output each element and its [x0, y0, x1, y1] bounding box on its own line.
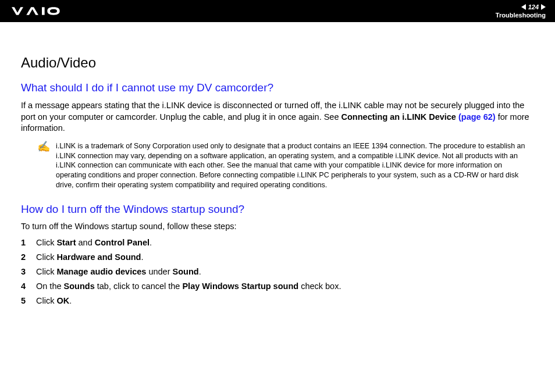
- text-run: and: [76, 238, 95, 247]
- ui-label: Sounds: [64, 281, 95, 291]
- page-title: Audio/Video: [21, 55, 534, 71]
- text-run: .: [69, 296, 72, 305]
- ref-title: Connecting an i.LINK Device: [341, 112, 456, 122]
- text-run: check box.: [298, 281, 341, 291]
- page-ref-link[interactable]: (page 62): [456, 112, 496, 122]
- ui-label: Hardware and Sound: [56, 252, 141, 262]
- ui-label: Sound: [173, 267, 199, 276]
- page-number: 124: [528, 3, 539, 10]
- step-item: On the Sounds tab, click to cancel the P…: [21, 281, 534, 291]
- question-1-heading: What should I do if I cannot use my DV c…: [21, 81, 534, 94]
- content-area: Audio/Video What should I do if I cannot…: [0, 22, 555, 305]
- ui-label: OK: [56, 296, 69, 305]
- note-text: i.LINK is a trademark of Sony Corporatio…: [56, 141, 534, 190]
- text-run: .: [199, 267, 201, 276]
- text-run: Click: [36, 296, 56, 305]
- steps-intro: To turn off the Windows startup sound, f…: [21, 222, 534, 231]
- text-run: .: [141, 252, 143, 262]
- question-2-heading: How do I turn off the Windows startup so…: [21, 203, 534, 216]
- ui-label: Play Windows Startup sound: [182, 281, 298, 291]
- text-run: Click: [36, 238, 56, 247]
- step-item: Click Manage audio devices under Sound.: [21, 267, 534, 276]
- text-run: On the: [36, 281, 64, 291]
- step-item: Click Start and Control Panel.: [21, 238, 534, 247]
- ui-label: Start: [56, 238, 76, 247]
- vaio-logo: [12, 6, 74, 16]
- ui-label: Manage audio devices: [56, 267, 146, 276]
- step-item: Click OK.: [21, 296, 534, 305]
- text-run: Click: [36, 252, 56, 262]
- steps-list: Click Start and Control Panel. Click Har…: [21, 238, 534, 305]
- svg-rect-0: [42, 7, 45, 15]
- prev-page-icon[interactable]: [521, 4, 526, 10]
- text-run: Click: [36, 267, 56, 276]
- note-icon: ✍: [37, 140, 50, 190]
- header-meta: 124 Troubleshooting: [496, 3, 546, 19]
- ui-label: Control Panel: [95, 238, 150, 247]
- step-item: Click Hardware and Sound.: [21, 252, 534, 262]
- header-bar: 124 Troubleshooting: [0, 0, 555, 22]
- section-label: Troubleshooting: [496, 12, 546, 19]
- text-run: under: [146, 267, 172, 276]
- next-page-icon[interactable]: [541, 4, 546, 10]
- text-run: .: [150, 238, 152, 247]
- text-run: tab, click to cancel the: [95, 281, 183, 291]
- page-nav: 124: [521, 3, 546, 10]
- note-block: ✍ i.LINK is a trademark of Sony Corporat…: [37, 141, 534, 190]
- question-1-body: If a message appears stating that the i.…: [21, 100, 534, 134]
